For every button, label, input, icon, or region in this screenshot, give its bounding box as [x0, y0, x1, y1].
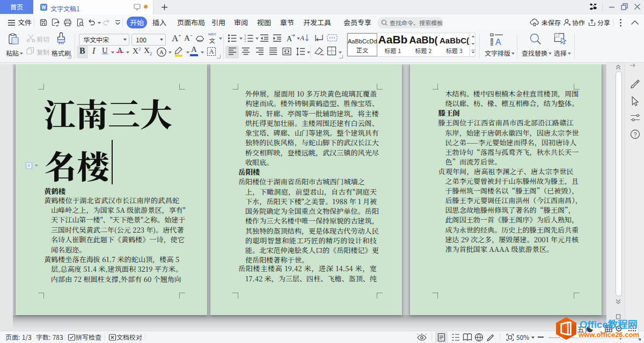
- svg-text:3: 3: [244, 40, 246, 43]
- svg-text:A: A: [300, 34, 304, 42]
- svg-text:?: ?: [633, 131, 636, 138]
- svg-text:A: A: [287, 35, 292, 43]
- svg-text:A: A: [159, 49, 164, 55]
- svg-text:A: A: [495, 38, 501, 46]
- svg-text:A: A: [209, 48, 214, 55]
